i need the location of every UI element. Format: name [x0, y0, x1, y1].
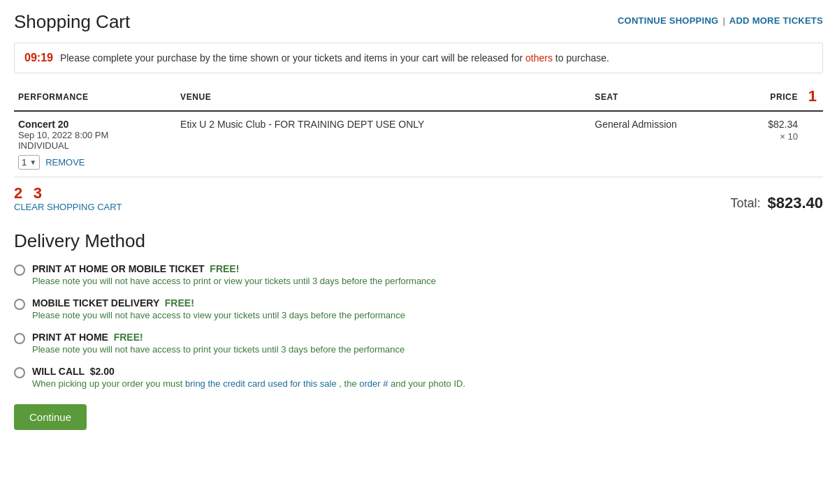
delivery-content-print-mobile: PRINT AT HOME OR MOBILE TICKET FREE! Ple… — [32, 263, 823, 286]
continue-shopping-link[interactable]: CONTINUE SHOPPING — [618, 15, 719, 26]
page-header: Shopping Cart CONTINUE SHOPPING | ADD MO… — [14, 11, 823, 33]
timer-message: Please complete your purchase by the tim… — [60, 52, 609, 64]
quantity-selector[interactable]: 1 ▼ — [18, 155, 40, 170]
col-seat: SEAT — [590, 83, 739, 111]
delivery-option-print-mobile: PRINT AT HOME OR MOBILE TICKET FREE! Ple… — [14, 263, 823, 286]
venue-cell: Etix U 2 Music Club - FOR TRAINING DEPT … — [176, 111, 590, 177]
link-divider: | — [722, 15, 725, 26]
concert-date: Sep 10, 2022 8:00 PM — [18, 130, 172, 140]
delivery-note-print-mobile: Please note you will not have access to … — [32, 276, 823, 286]
delivery-label-print-home: PRINT AT HOME FREE! — [32, 332, 823, 343]
delivery-section: Delivery Method PRINT AT HOME OR MOBILE … — [14, 230, 823, 430]
col-price: PRICE — [739, 83, 802, 111]
col-venue: VENUE — [176, 83, 590, 111]
performance-cell: Concert 20 Sep 10, 2022 8:00 PM INDIVIDU… — [14, 111, 176, 177]
total-amount: $823.40 — [767, 194, 823, 212]
table-row: Concert 20 Sep 10, 2022 8:00 PM INDIVIDU… — [14, 111, 823, 177]
clear-shopping-cart-link[interactable]: CLEAR SHOPPING CART — [14, 202, 122, 212]
delivery-label-mobile: MOBILE TICKET DELIVERY FREE! — [32, 297, 823, 309]
dropdown-arrow-icon: ▼ — [29, 158, 36, 166]
col-spacer — [802, 111, 823, 177]
delivery-note-mobile: Please note you will not have access to … — [32, 310, 823, 320]
col-performance: PERFORMANCE — [14, 83, 176, 111]
quantity-row: 1 ▼ REMOVE — [18, 155, 172, 170]
countdown-timer: 09:19 — [24, 52, 53, 64]
timer-banner: 09:19 Please complete your purchase by t… — [14, 43, 823, 73]
radio-print-mobile[interactable] — [14, 265, 25, 276]
delivery-content-print-home: PRINT AT HOME FREE! Please note you will… — [32, 332, 823, 355]
cart-table: PERFORMANCE VENUE SEAT PRICE 1 Concert 2… — [14, 83, 823, 177]
annotation-3: 3 — [34, 184, 42, 202]
delivery-option-print-home: PRINT AT HOME FREE! Please note you will… — [14, 332, 823, 355]
page-title: Shopping Cart — [14, 11, 130, 33]
remove-link[interactable]: REMOVE — [45, 157, 85, 168]
delivery-content-mobile: MOBILE TICKET DELIVERY FREE! Please note… — [32, 297, 823, 320]
cart-footer-left: 2 3 CLEAR SHOPPING CART — [14, 186, 122, 212]
delivery-note-print-home: Please note you will not have access to … — [32, 344, 823, 355]
radio-print-home[interactable] — [14, 333, 25, 344]
ticket-multiplier: × 10 — [743, 131, 798, 142]
delivery-label-print-mobile: PRINT AT HOME OR MOBILE TICKET FREE! — [32, 263, 823, 274]
total-area: Total: $823.40 — [730, 194, 823, 212]
total-label: Total: — [730, 196, 760, 211]
delivery-label-will-call: WILL CALL $2.00 — [32, 366, 823, 377]
cart-footer: 2 3 CLEAR SHOPPING CART Total: $823.40 — [14, 181, 823, 216]
delivery-note-will-call: When picking up your order you must brin… — [32, 378, 823, 389]
annotation-2: 2 — [14, 184, 22, 202]
delivery-option-mobile: MOBILE TICKET DELIVERY FREE! Please note… — [14, 297, 823, 320]
price-cell: $82.34 × 10 — [739, 111, 802, 177]
header-links: CONTINUE SHOPPING | ADD MORE TICKETS — [618, 11, 823, 26]
seat-cell: General Admission — [590, 111, 739, 177]
radio-will-call[interactable] — [14, 367, 25, 378]
continue-button[interactable]: Continue — [14, 404, 87, 430]
delivery-title: Delivery Method — [14, 230, 823, 252]
ticket-type: INDIVIDUAL — [18, 140, 172, 151]
delivery-content-will-call: WILL CALL $2.00 When picking up your ord… — [32, 366, 823, 389]
delivery-option-will-call: WILL CALL $2.00 When picking up your ord… — [14, 366, 823, 389]
concert-name: Concert 20 — [18, 119, 172, 130]
add-more-tickets-link[interactable]: ADD MORE TICKETS — [729, 15, 823, 26]
col-number: 1 — [802, 83, 823, 111]
ticket-price: $82.34 — [743, 119, 798, 130]
radio-mobile[interactable] — [14, 299, 25, 310]
